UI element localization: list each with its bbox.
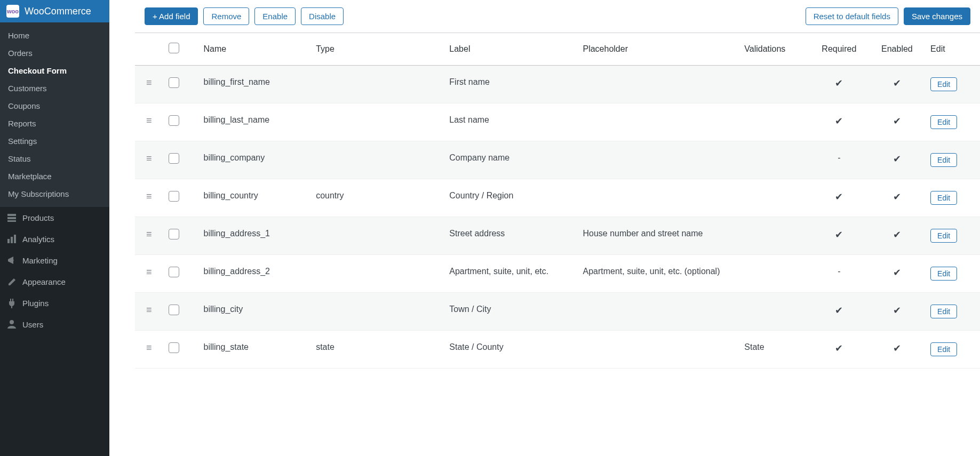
row-checkbox[interactable] <box>169 267 179 277</box>
cell-name: billing_company <box>198 141 310 179</box>
col-header-edit: Edit <box>925 33 980 66</box>
edit-row-button[interactable]: Edit <box>930 229 957 243</box>
cell-label: State / County <box>444 331 577 369</box>
sidebar-item[interactable]: Analytics <box>0 228 109 250</box>
drag-handle-icon[interactable]: ≡ <box>135 293 163 331</box>
check-icon: ✔ <box>835 191 843 202</box>
cell-label: First name <box>444 66 577 103</box>
sidebar-submenu-item[interactable]: Marketplace <box>0 167 109 185</box>
sidebar-header-woocommerce[interactable]: woo WooCommerce <box>0 0 109 22</box>
edit-row-button[interactable]: Edit <box>930 267 957 281</box>
drag-handle-icon[interactable]: ≡ <box>135 331 163 369</box>
cell-required: ✔ <box>809 293 869 331</box>
cell-placeholder <box>577 103 739 141</box>
cell-placeholder <box>577 293 739 331</box>
cell-enabled: ✔ <box>869 141 925 179</box>
drag-handle-icon[interactable]: ≡ <box>135 103 163 141</box>
edit-row-button[interactable]: Edit <box>930 191 957 205</box>
cell-type: state <box>310 331 444 369</box>
drag-handle-icon[interactable]: ≡ <box>135 255 163 293</box>
cell-placeholder <box>577 141 739 179</box>
drag-handle-icon[interactable]: ≡ <box>135 217 163 255</box>
cell-required: - <box>809 255 869 293</box>
sidebar-submenu-item[interactable]: Home <box>0 27 109 44</box>
drag-handle-icon[interactable]: ≡ <box>135 66 163 103</box>
edit-row-button[interactable]: Edit <box>930 342 957 356</box>
sidebar-item[interactable]: Products <box>0 207 109 228</box>
check-icon: ✔ <box>893 229 901 240</box>
edit-row-button[interactable]: Edit <box>930 115 957 129</box>
cell-name: billing_country <box>198 179 310 217</box>
sidebar-submenu-item[interactable]: Coupons <box>0 97 109 115</box>
check-icon: ✔ <box>893 191 901 202</box>
sidebar-item[interactable]: Plugins <box>0 292 109 314</box>
cell-name: billing_address_1 <box>198 217 310 255</box>
select-all-checkbox[interactable] <box>169 43 179 53</box>
disable-button[interactable]: Disable <box>301 7 344 25</box>
sidebar-item[interactable]: Appearance <box>0 271 109 292</box>
analytics-icon <box>6 234 17 244</box>
sidebar-submenu-item[interactable]: Status <box>0 150 109 167</box>
row-checkbox[interactable] <box>169 191 179 202</box>
svg-rect-1 <box>7 217 16 219</box>
cell-type <box>310 66 444 103</box>
check-icon: ✔ <box>835 116 843 126</box>
drag-handle-icon[interactable]: ≡ <box>135 179 163 217</box>
add-field-button[interactable]: + Add field <box>145 7 198 25</box>
cell-label: Apartment, suite, unit, etc. <box>444 255 577 293</box>
sidebar-submenu-item[interactable]: Customers <box>0 79 109 97</box>
cell-placeholder <box>577 179 739 217</box>
table-row: ≡billing_companyCompany name-✔Edit <box>135 141 980 179</box>
edit-row-button[interactable]: Edit <box>930 305 957 318</box>
sidebar-item[interactable]: Marketing <box>0 250 109 271</box>
cell-type: country <box>310 179 444 217</box>
check-icon: ✔ <box>893 154 901 164</box>
sidebar-item[interactable]: Users <box>0 314 109 335</box>
cell-placeholder <box>577 331 739 369</box>
cell-name: billing_last_name <box>198 103 310 141</box>
drag-handle-icon[interactable]: ≡ <box>135 141 163 179</box>
sidebar-submenu-item[interactable]: My Subscriptions <box>0 185 109 203</box>
plugins-icon <box>6 298 17 308</box>
cell-validations <box>739 66 809 103</box>
col-header-placeholder: Placeholder <box>577 33 739 66</box>
edit-row-button[interactable]: Edit <box>930 153 957 167</box>
cell-type <box>310 255 444 293</box>
row-checkbox[interactable] <box>169 77 179 88</box>
cell-validations <box>739 141 809 179</box>
cell-placeholder <box>577 66 739 103</box>
cell-label: Country / Region <box>444 179 577 217</box>
sidebar-submenu-item[interactable]: Checkout Form <box>0 62 109 79</box>
sidebar-item-label: Users <box>22 320 43 329</box>
reset-button[interactable]: Reset to default fields <box>806 7 898 25</box>
edit-row-button[interactable]: Edit <box>930 77 957 91</box>
sidebar-submenu-item[interactable]: Orders <box>0 44 109 62</box>
svg-rect-2 <box>7 220 16 222</box>
cell-validations <box>739 255 809 293</box>
row-checkbox[interactable] <box>169 229 179 239</box>
main-content: + Add field Remove Enable Disable Reset … <box>109 0 980 456</box>
table-row: ≡billing_cityTown / City✔✔Edit <box>135 293 980 331</box>
row-checkbox[interactable] <box>169 115 179 126</box>
row-checkbox[interactable] <box>169 153 179 164</box>
sidebar-item-label: Analytics <box>22 235 54 244</box>
cell-validations <box>739 103 809 141</box>
cell-enabled: ✔ <box>869 179 925 217</box>
cell-name: billing_first_name <box>198 66 310 103</box>
products-icon <box>6 212 17 223</box>
woo-icon: woo <box>6 5 19 18</box>
cell-required: ✔ <box>809 331 869 369</box>
sidebar-submenu-item[interactable]: Reports <box>0 115 109 132</box>
check-icon: ✔ <box>893 78 901 89</box>
row-checkbox[interactable] <box>169 342 179 353</box>
row-checkbox[interactable] <box>169 305 179 315</box>
save-changes-button[interactable]: Save changes <box>904 7 970 25</box>
enable-button[interactable]: Enable <box>254 7 296 25</box>
table-row: ≡billing_first_nameFirst name✔✔Edit <box>135 66 980 103</box>
cell-required: ✔ <box>809 217 869 255</box>
sidebar-item-label: Marketing <box>22 256 58 265</box>
cell-type <box>310 141 444 179</box>
remove-button[interactable]: Remove <box>203 7 249 25</box>
col-header-type: Type <box>310 33 444 66</box>
sidebar-submenu-item[interactable]: Settings <box>0 132 109 150</box>
